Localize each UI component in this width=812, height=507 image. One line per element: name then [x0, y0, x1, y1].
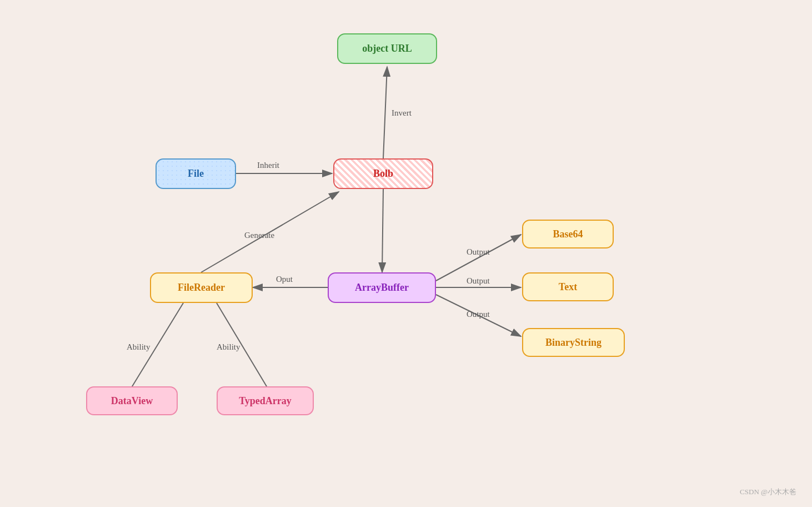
- node-filereader: FileReader: [150, 272, 253, 303]
- label-ability2: Ability: [217, 342, 240, 352]
- node-dataview: DataView: [86, 386, 178, 415]
- label-invert: Invert: [392, 108, 412, 118]
- label-output3: Output: [467, 310, 490, 319]
- svg-line-4: [382, 189, 383, 272]
- node-arraybuffer: ArrayBuffer: [328, 272, 436, 303]
- diagram-container: Invert Inherit Generate Oput Output Outp…: [0, 0, 812, 507]
- node-objecturl: object URL: [337, 33, 437, 64]
- label-output1: Output: [467, 247, 490, 257]
- node-file: File: [156, 158, 236, 189]
- node-text: Text: [522, 272, 614, 301]
- node-base64: Base64: [522, 220, 614, 248]
- watermark: CSDN @小木木爸: [740, 487, 796, 497]
- label-generate: Generate: [244, 231, 274, 240]
- node-blob: Bolb: [333, 158, 433, 189]
- node-binarystring: BinaryString: [522, 328, 625, 357]
- label-ability1: Ability: [127, 342, 151, 352]
- svg-line-2: [383, 67, 387, 158]
- label-oput: Oput: [276, 275, 293, 284]
- node-typedarray: TypedArray: [217, 386, 314, 415]
- svg-line-7: [436, 235, 521, 281]
- connections-svg: [0, 0, 812, 507]
- label-output2: Output: [467, 276, 490, 286]
- label-inherit: Inherit: [257, 161, 279, 170]
